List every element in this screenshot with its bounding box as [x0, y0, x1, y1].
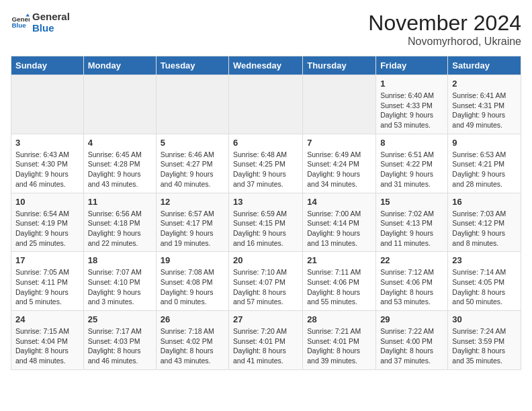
calendar-cell	[11, 75, 84, 134]
day-info: Sunrise: 7:14 AM Sunset: 4:05 PM Dayligh…	[452, 267, 517, 307]
calendar-cell: 18Sunrise: 7:07 AM Sunset: 4:10 PM Dayli…	[83, 252, 156, 311]
week-row-0: 1Sunrise: 6:40 AM Sunset: 4:33 PM Daylig…	[11, 75, 521, 134]
day-number: 22	[380, 255, 443, 265]
day-info: Sunrise: 7:24 AM Sunset: 3:59 PM Dayligh…	[452, 326, 517, 366]
calendar-cell: 19Sunrise: 7:08 AM Sunset: 4:08 PM Dayli…	[156, 252, 228, 311]
day-info: Sunrise: 7:05 AM Sunset: 4:11 PM Dayligh…	[15, 267, 79, 307]
week-row-1: 3Sunrise: 6:43 AM Sunset: 4:30 PM Daylig…	[11, 134, 521, 193]
day-info: Sunrise: 6:54 AM Sunset: 4:19 PM Dayligh…	[15, 209, 79, 248]
week-row-4: 24Sunrise: 7:15 AM Sunset: 4:04 PM Dayli…	[11, 311, 521, 370]
day-info: Sunrise: 6:43 AM Sunset: 4:30 PM Dayligh…	[15, 150, 79, 189]
day-number: 13	[233, 197, 298, 207]
calendar-cell	[83, 75, 156, 134]
calendar-cell	[156, 75, 228, 134]
day-number: 18	[88, 255, 152, 265]
calendar-cell: 8Sunrise: 6:51 AM Sunset: 4:22 PM Daylig…	[376, 134, 448, 193]
calendar-header-row: SundayMondayTuesdayWednesdayThursdayFrid…	[11, 56, 521, 75]
calendar-cell: 10Sunrise: 6:54 AM Sunset: 4:19 PM Dayli…	[11, 193, 84, 252]
calendar-cell: 1Sunrise: 6:40 AM Sunset: 4:33 PM Daylig…	[376, 75, 448, 134]
day-info: Sunrise: 7:07 AM Sunset: 4:10 PM Dayligh…	[88, 267, 152, 307]
day-number: 3	[15, 138, 79, 148]
calendar-cell: 25Sunrise: 7:17 AM Sunset: 4:03 PM Dayli…	[83, 311, 156, 370]
logo-icon: General Blue	[11, 13, 30, 32]
calendar-cell: 22Sunrise: 7:12 AM Sunset: 4:06 PM Dayli…	[376, 252, 448, 311]
calendar-cell: 20Sunrise: 7:10 AM Sunset: 4:07 PM Dayli…	[229, 252, 303, 311]
day-number: 24	[15, 314, 79, 324]
calendar-cell: 16Sunrise: 7:03 AM Sunset: 4:12 PM Dayli…	[448, 193, 521, 252]
day-info: Sunrise: 7:00 AM Sunset: 4:14 PM Dayligh…	[307, 209, 371, 248]
day-info: Sunrise: 7:02 AM Sunset: 4:13 PM Dayligh…	[380, 209, 443, 248]
day-number: 20	[233, 255, 298, 265]
day-info: Sunrise: 7:20 AM Sunset: 4:01 PM Dayligh…	[233, 326, 298, 366]
day-number: 10	[15, 197, 79, 207]
day-info: Sunrise: 7:10 AM Sunset: 4:07 PM Dayligh…	[233, 267, 298, 307]
calendar-cell: 6Sunrise: 6:48 AM Sunset: 4:25 PM Daylig…	[229, 134, 303, 193]
day-number: 27	[233, 314, 298, 324]
calendar-cell: 13Sunrise: 6:59 AM Sunset: 4:15 PM Dayli…	[229, 193, 303, 252]
header-thursday: Thursday	[303, 56, 376, 75]
day-number: 6	[233, 138, 298, 148]
day-info: Sunrise: 7:12 AM Sunset: 4:06 PM Dayligh…	[380, 267, 443, 307]
calendar-cell: 2Sunrise: 6:41 AM Sunset: 4:31 PM Daylig…	[448, 75, 521, 134]
day-info: Sunrise: 7:21 AM Sunset: 4:01 PM Dayligh…	[307, 326, 371, 366]
calendar-cell: 30Sunrise: 7:24 AM Sunset: 3:59 PM Dayli…	[448, 311, 521, 370]
location: Novomyrhorod, Ukraine	[368, 36, 521, 48]
calendar-cell: 17Sunrise: 7:05 AM Sunset: 4:11 PM Dayli…	[11, 252, 84, 311]
day-info: Sunrise: 6:56 AM Sunset: 4:18 PM Dayligh…	[88, 209, 152, 248]
logo-line2: Blue	[32, 22, 70, 34]
header-monday: Monday	[83, 56, 156, 75]
calendar-cell	[229, 75, 303, 134]
day-number: 19	[161, 255, 224, 265]
title-block: November 2024 Novomyrhorod, Ukraine	[368, 11, 521, 48]
day-number: 15	[380, 197, 443, 207]
day-info: Sunrise: 7:17 AM Sunset: 4:03 PM Dayligh…	[88, 326, 152, 366]
month-title: November 2024	[368, 11, 521, 36]
day-info: Sunrise: 7:08 AM Sunset: 4:08 PM Dayligh…	[161, 267, 224, 307]
day-number: 30	[452, 314, 517, 324]
header-sunday: Sunday	[11, 56, 84, 75]
day-number: 11	[88, 197, 152, 207]
calendar-cell: 29Sunrise: 7:22 AM Sunset: 4:00 PM Dayli…	[376, 311, 448, 370]
calendar-cell: 3Sunrise: 6:43 AM Sunset: 4:30 PM Daylig…	[11, 134, 84, 193]
day-info: Sunrise: 6:57 AM Sunset: 4:17 PM Dayligh…	[161, 209, 224, 248]
day-number: 28	[307, 314, 371, 324]
calendar-cell: 24Sunrise: 7:15 AM Sunset: 4:04 PM Dayli…	[11, 311, 84, 370]
day-info: Sunrise: 6:40 AM Sunset: 4:33 PM Dayligh…	[380, 91, 443, 130]
day-number: 12	[161, 197, 224, 207]
calendar-cell: 26Sunrise: 7:18 AM Sunset: 4:02 PM Dayli…	[156, 311, 228, 370]
calendar-cell: 23Sunrise: 7:14 AM Sunset: 4:05 PM Dayli…	[448, 252, 521, 311]
day-number: 23	[452, 255, 517, 265]
day-number: 14	[307, 197, 371, 207]
day-number: 29	[380, 314, 443, 324]
day-info: Sunrise: 6:45 AM Sunset: 4:28 PM Dayligh…	[88, 150, 152, 189]
calendar-cell: 14Sunrise: 7:00 AM Sunset: 4:14 PM Dayli…	[303, 193, 376, 252]
day-number: 17	[15, 255, 79, 265]
calendar-cell	[303, 75, 376, 134]
day-info: Sunrise: 6:49 AM Sunset: 4:24 PM Dayligh…	[307, 150, 371, 189]
header-wednesday: Wednesday	[229, 56, 303, 75]
calendar-cell: 7Sunrise: 6:49 AM Sunset: 4:24 PM Daylig…	[303, 134, 376, 193]
day-number: 8	[380, 138, 443, 148]
svg-text:Blue: Blue	[11, 21, 26, 29]
calendar-cell: 11Sunrise: 6:56 AM Sunset: 4:18 PM Dayli…	[83, 193, 156, 252]
day-number: 16	[452, 197, 517, 207]
day-info: Sunrise: 6:59 AM Sunset: 4:15 PM Dayligh…	[233, 209, 298, 248]
day-number: 9	[452, 138, 517, 148]
day-info: Sunrise: 6:53 AM Sunset: 4:21 PM Dayligh…	[452, 150, 517, 189]
page-header: General Blue General Blue November 2024 …	[11, 11, 521, 48]
day-info: Sunrise: 6:51 AM Sunset: 4:22 PM Dayligh…	[380, 150, 443, 189]
week-row-2: 10Sunrise: 6:54 AM Sunset: 4:19 PM Dayli…	[11, 193, 521, 252]
day-number: 21	[307, 255, 371, 265]
day-info: Sunrise: 7:18 AM Sunset: 4:02 PM Dayligh…	[161, 326, 224, 366]
day-info: Sunrise: 7:11 AM Sunset: 4:06 PM Dayligh…	[307, 267, 371, 307]
day-number: 2	[452, 79, 517, 89]
day-info: Sunrise: 6:48 AM Sunset: 4:25 PM Dayligh…	[233, 150, 298, 189]
calendar-cell: 9Sunrise: 6:53 AM Sunset: 4:21 PM Daylig…	[448, 134, 521, 193]
logo: General Blue General Blue	[11, 11, 70, 34]
calendar-cell: 5Sunrise: 6:46 AM Sunset: 4:27 PM Daylig…	[156, 134, 228, 193]
calendar-cell: 15Sunrise: 7:02 AM Sunset: 4:13 PM Dayli…	[376, 193, 448, 252]
day-number: 26	[161, 314, 224, 324]
calendar-cell: 27Sunrise: 7:20 AM Sunset: 4:01 PM Dayli…	[229, 311, 303, 370]
day-info: Sunrise: 6:41 AM Sunset: 4:31 PM Dayligh…	[452, 91, 517, 130]
day-number: 1	[380, 79, 443, 89]
